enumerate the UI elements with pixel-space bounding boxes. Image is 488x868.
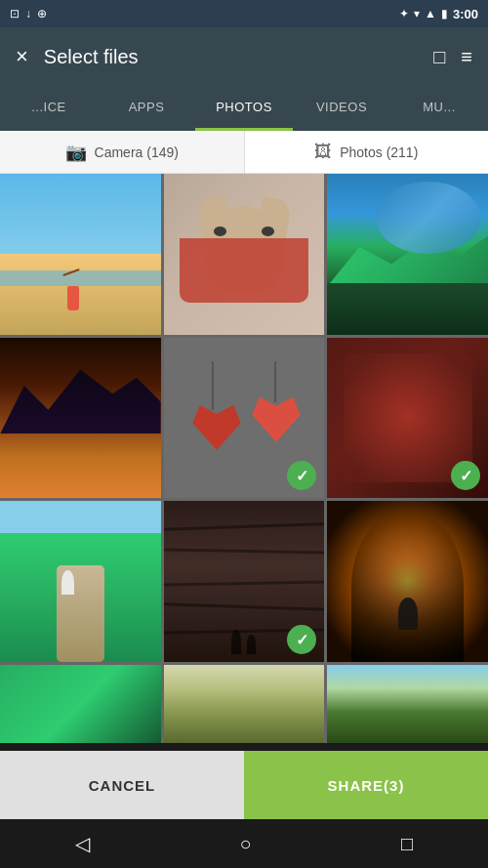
page-title: Select files (44, 46, 418, 68)
photo-tunnel (327, 501, 488, 662)
tab-device[interactable]: ...ICE (0, 86, 98, 131)
photo-forest (164, 665, 325, 743)
photo-path (0, 501, 161, 662)
photo-row: ✓ (0, 501, 488, 662)
tab-videos[interactable]: VIDEOS (293, 86, 390, 131)
camera-album-label: Camera (149) (95, 145, 179, 160)
photos-icon: 🖼 (314, 142, 332, 162)
back-button[interactable]: ◁ (75, 832, 90, 855)
photo-cell[interactable]: ✓ (327, 338, 488, 499)
tab-apps[interactable]: APPS (98, 86, 195, 131)
photo-wood: ✓ (164, 501, 325, 662)
photos-album-label: Photos (211) (340, 145, 418, 160)
download-icon: ↓ (25, 7, 31, 21)
photo-row: ✓ ✓ (0, 338, 488, 499)
share-button[interactable]: SHARE(3) (244, 751, 488, 819)
photo-row (0, 665, 488, 743)
photo-desert (0, 338, 161, 499)
status-bar-right: ✦ ▾ ▲ ▮ 3:00 (399, 7, 478, 21)
status-bar-left: ⊡ ↓ ⊕ (10, 7, 47, 21)
photo-cat (164, 174, 325, 335)
photo-trees (327, 665, 488, 743)
photo-cell[interactable] (164, 174, 325, 335)
photo-cell[interactable] (0, 501, 161, 662)
photo-mountain (327, 174, 488, 335)
status-time: 3:00 (453, 7, 478, 21)
wifi-icon: ▾ (414, 7, 420, 21)
select-all-button[interactable]: □ (433, 46, 445, 68)
cast-icon: ⊡ (10, 7, 20, 21)
android-icon: ⊕ (37, 7, 47, 21)
photo-beach (0, 174, 161, 335)
close-button[interactable]: × (16, 44, 28, 69)
photo-cell[interactable]: ✓ (164, 338, 325, 499)
photo-cell[interactable] (0, 665, 161, 743)
photo-cell[interactable] (327, 665, 488, 743)
album-selector: 📷 Camera (149) 🖼 Photos (211) (0, 131, 488, 174)
photo-heart: ✓ (164, 338, 325, 499)
photo-grid: ✓ ✓ (0, 174, 488, 743)
sort-button[interactable]: ≡ (461, 46, 472, 68)
photo-cell[interactable] (327, 174, 488, 335)
home-button[interactable]: ○ (239, 833, 251, 855)
camera-album-button[interactable]: 📷 Camera (149) (0, 131, 245, 173)
bluetooth-icon: ✦ (399, 7, 409, 21)
photo-row (0, 174, 488, 335)
status-bar: ⊡ ↓ ⊕ ✦ ▾ ▲ ▮ 3:00 (0, 0, 488, 27)
photo-floral: ✓ (327, 338, 488, 499)
header-actions: □ ≡ (433, 46, 472, 68)
photos-album-button[interactable]: 🖼 Photos (211) (245, 131, 489, 173)
recents-button[interactable]: □ (401, 833, 413, 855)
navigation-bar: ◁ ○ □ (0, 819, 488, 868)
camera-icon: 📷 (65, 142, 87, 163)
tab-music[interactable]: MU... (390, 86, 488, 131)
photo-cell[interactable] (327, 501, 488, 662)
signal-icon: ▲ (425, 7, 436, 21)
tab-bar: ...ICE APPS PHOTOS VIDEOS MU... (0, 86, 488, 131)
photo-cell[interactable] (0, 174, 161, 335)
battery-icon: ▮ (441, 7, 448, 21)
header: × Select files □ ≡ (0, 27, 488, 86)
photo-cell[interactable]: ✓ (164, 501, 325, 662)
cancel-button[interactable]: CANCEL (0, 751, 244, 819)
photo-green (0, 665, 161, 743)
tab-photos[interactable]: PHOTOS (195, 86, 293, 131)
photo-cell[interactable] (0, 338, 161, 499)
photo-cell[interactable] (164, 665, 325, 743)
bottom-action-bar: CANCEL SHARE(3) (0, 751, 488, 819)
